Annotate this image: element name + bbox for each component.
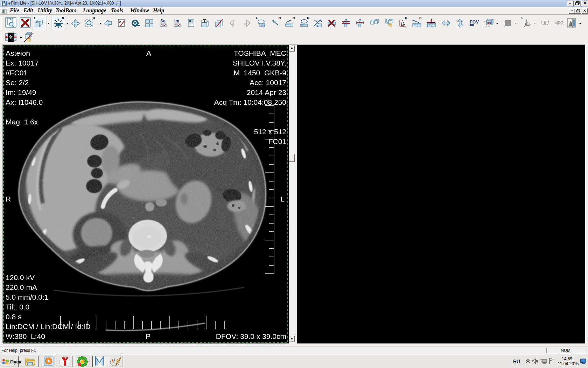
svg-text:R: R	[419, 16, 422, 20]
svg-text:35.2: 35.2	[260, 24, 265, 27]
svg-text:57°: 57°	[317, 24, 321, 27]
svg-text:R: R	[293, 16, 295, 20]
svg-text:L: L	[521, 16, 523, 19]
svg-text:MPR: MPR	[428, 24, 435, 27]
svg-text:St: St	[232, 22, 234, 25]
svg-text:R: R	[62, 16, 64, 20]
svg-text:L: L	[34, 16, 36, 20]
svg-text:Im: Im	[174, 19, 179, 23]
svg-text:R: R	[93, 16, 95, 20]
svg-text:R: R	[405, 16, 407, 20]
svg-text:St: St	[244, 22, 247, 25]
svg-text:3D: 3D	[487, 21, 491, 25]
svg-text:θ: θ	[319, 20, 320, 23]
svg-text:MPR: MPR	[413, 24, 421, 27]
svg-text:L: L	[256, 16, 258, 20]
svg-text:A: A	[119, 20, 121, 23]
svg-text:R: R	[307, 16, 309, 20]
svg-text:FOV: FOV	[470, 20, 479, 25]
svg-text:R: R	[279, 16, 281, 20]
svg-text:Se: Se	[160, 19, 166, 23]
svg-text:x: x	[406, 26, 407, 28]
svg-text:MPR: MPR	[554, 21, 564, 26]
svg-text:y: y	[399, 19, 400, 21]
